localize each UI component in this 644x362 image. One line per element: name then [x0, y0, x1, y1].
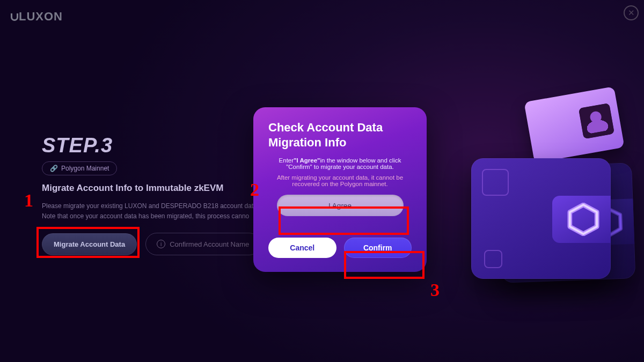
modal-warning: After migrating your account data, it ca…: [268, 174, 412, 187]
close-icon[interactable]: ✕: [624, 5, 639, 20]
svg-marker-3: [569, 205, 596, 234]
info-icon: i: [157, 240, 165, 248]
network-badge-label: Polygon Mainnet: [61, 165, 109, 172]
link-icon: 🔗: [50, 165, 58, 172]
confirmed-account-label: Confirmed Account Name: [170, 240, 249, 248]
annotation-box-3: [344, 251, 425, 279]
annotation-box-2: [279, 206, 409, 235]
section-desc-line1: Please migrate your existing LUXON and D…: [42, 202, 257, 210]
avatar-icon: [579, 103, 614, 139]
confirmed-account-pill: i Confirmed Account Name: [145, 233, 260, 255]
wallet-front: [471, 158, 611, 279]
step-label: STEP.3: [42, 134, 273, 157]
network-badge: 🔗 Polygon Mainnet: [42, 161, 117, 175]
modal-title: Check Account Data Migration Info: [268, 120, 412, 150]
section-title: Migrate Account Info to Immutable zkEVM: [42, 183, 273, 194]
hex-logo-icon: [567, 203, 600, 236]
annotation-box-1: [36, 227, 140, 258]
cancel-button[interactable]: Cancel: [268, 238, 336, 258]
brand-text: LUXON: [19, 10, 63, 23]
modal-instruction: Enter"I Agree"in the window below and cl…: [268, 157, 412, 170]
wallet-illustration: [440, 110, 633, 303]
annotation-number-3: 3: [430, 280, 440, 300]
section-desc-line2: Note that once your account data has bee…: [42, 212, 249, 220]
annotation-number-2: 2: [250, 180, 259, 200]
section-desc: Please migrate your existing LUXON and D…: [42, 201, 273, 221]
brand-logo: LUXON: [11, 10, 63, 24]
annotation-number-1: 1: [24, 190, 33, 211]
migration-modal: Check Account Data Migration Info Enter"…: [253, 107, 427, 272]
